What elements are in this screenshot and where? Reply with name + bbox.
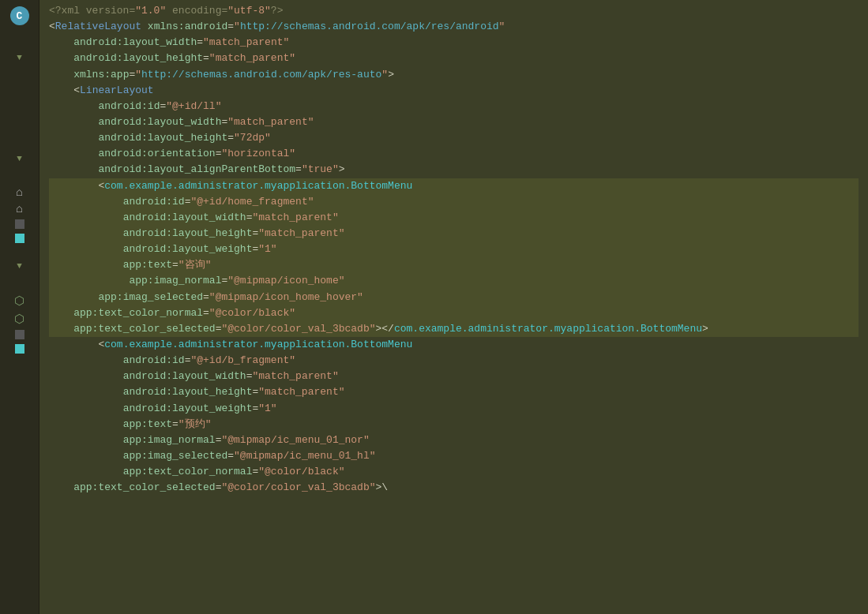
line-19: app:imag_selected="@mipmap/icon_home_hov…: [49, 290, 859, 305]
line-24: android:layout_width="match_parent": [49, 370, 339, 382]
line-29: app:imag_selected="@mipmap/ic_menu_01_hl…: [49, 450, 376, 462]
line-5: xmlns:app="http://schemas.android.com/ap…: [49, 69, 394, 80]
line-3: android:layout_width="match_parent": [49, 36, 289, 48]
line-25: android:layout_height="match_parent": [49, 386, 344, 398]
line-2: <RelativeLayout xmlns:android="http://sc…: [49, 21, 505, 32]
line-18: app:imag_normal="@mipmap/icon_home": [49, 273, 859, 289]
line-8: android:layout_width="match_parent": [49, 116, 314, 128]
code-editor: <?xml version="1.0" encoding="utf-8"?> <…: [39, 0, 868, 614]
line-17: app:text="咨询": [49, 257, 859, 273]
line-27: app:text="预约": [49, 418, 211, 430]
cube-icon-1: ⬡: [14, 294, 24, 309]
line-12: <com.example.administrator.myapplication…: [49, 178, 859, 194]
fold-icon-3[interactable]: ▼: [9, 256, 30, 276]
editor-sidebar: C ▼ ▼ ⌂ ⌂ ▼ ⬡ ⬡: [0, 0, 39, 614]
dark-square-2: [15, 330, 24, 339]
cyan-square-2: [15, 344, 24, 354]
home-icon-1: ⌂: [16, 186, 23, 200]
line-22: <com.example.administrator.myapplication…: [49, 339, 412, 350]
line-7: android:id="@+id/ll": [49, 100, 221, 112]
line-11: android:layout_alignParentBottom="true">: [49, 163, 345, 175]
line-20: app:text_color_normal="@color/black": [49, 305, 859, 321]
c-circle-icon: C: [10, 6, 29, 25]
cube-icon-2: ⬡: [14, 312, 24, 327]
line-30: app:text_color_normal="@color/black": [49, 466, 344, 477]
line-15: android:layout_height="match_parent": [49, 226, 859, 241]
line-13: android:id="@+id/home_fragment": [49, 194, 859, 210]
line-26: android:layout_weight="1": [49, 402, 277, 414]
line-21: app:text_color_selected="@color/color_va…: [49, 321, 859, 337]
home-icon-2: ⌂: [16, 203, 23, 216]
line-28: app:imag_normal="@mipmap/ic_menu_01_nor": [49, 434, 370, 446]
line-4: android:layout_height="match_parent": [49, 52, 295, 64]
dark-square-1: [15, 219, 24, 229]
cyan-square-1: [15, 234, 24, 243]
code-content: <?xml version="1.0" encoding="utf-8"?> <…: [39, 0, 868, 499]
fold-icon-1[interactable]: ▼: [9, 47, 30, 68]
line-31: app:text_color_selected="@color/color_va…: [49, 481, 388, 493]
line-6: <LinearLayout: [49, 84, 154, 96]
line-16: android:layout_weight="1": [49, 241, 859, 257]
line-1: <?xml version="1.0" encoding="utf-8"?>: [49, 5, 283, 17]
line-23: android:id="@+id/b_fragment": [49, 354, 295, 366]
line-9: android:layout_height="72dp": [49, 132, 271, 144]
line-10: android:orientation="horizontal": [49, 148, 295, 159]
line-14: android:layout_width="match_parent": [49, 210, 859, 226]
fold-icon-2[interactable]: ▼: [9, 148, 30, 169]
